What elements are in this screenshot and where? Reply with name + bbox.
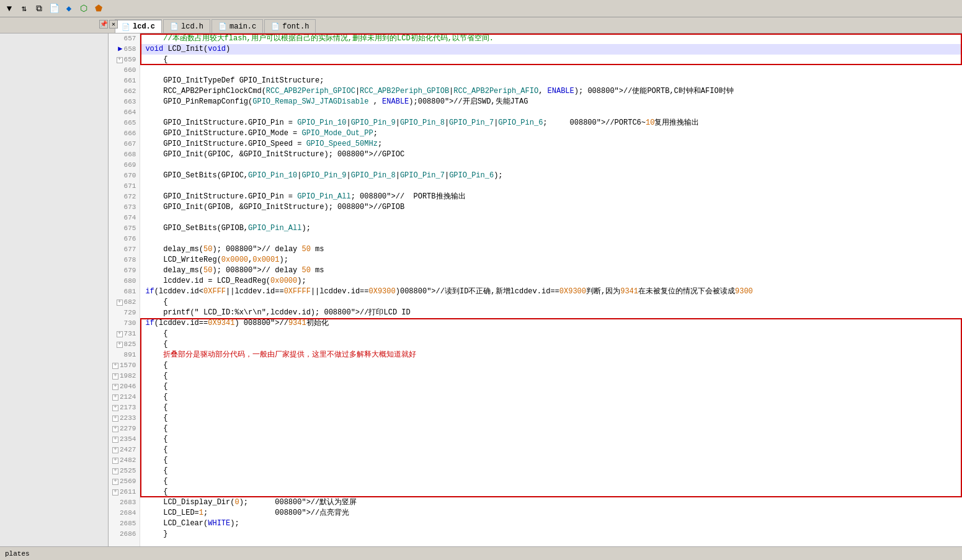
code-line-674	[140, 213, 962, 223]
toolbar-btn-down[interactable]: ▼	[2, 2, 16, 16]
code-line-2685: LCD_Clear(WHITE);	[140, 518, 962, 529]
toolbar-btn-hex2[interactable]: ⬟	[92, 2, 105, 16]
line-number-668: 668	[112, 149, 136, 160]
line-number-2686: 2686	[112, 529, 136, 540]
fold-button-825[interactable]: +	[117, 342, 123, 348]
code-line-672: GPIO_InitStructure.GPIO_Pin = GPIO_Pin_A…	[140, 192, 962, 202]
fold-button-2569[interactable]: +	[112, 479, 118, 485]
tab-icon-lcd-c: 📄	[122, 23, 130, 31]
line-number-676: 676	[112, 234, 136, 244]
line-number-1570: +1570	[112, 360, 136, 371]
fold-button-2173[interactable]: +	[112, 405, 118, 411]
fold-button-682[interactable]: +	[117, 300, 123, 306]
code-line-682: {	[140, 297, 962, 308]
line-number-680: 680	[112, 276, 136, 287]
toolbar-btn-copy[interactable]: ⧉	[32, 2, 46, 16]
code-line-671	[140, 181, 962, 192]
line-number-661: 661	[112, 76, 136, 86]
line-number-891: 891	[112, 350, 136, 360]
code-line-680: lcddev.id = LCD_ReadReg(0x0000);	[140, 276, 962, 287]
line-numbers-col: 657▶658+659 660 661 662 663 664 665 666 …	[109, 33, 140, 546]
line-number-663: 663	[112, 97, 136, 107]
toolbar-btn-diamond[interactable]: ◆	[62, 2, 76, 16]
tab-label-lcd-h: lcd.h	[181, 22, 203, 31]
fold-button-2482[interactable]: +	[112, 458, 118, 464]
sidebar	[0, 33, 109, 546]
code-line-658: void LCD_Init(void)	[140, 44, 962, 55]
code-line-2525: {	[140, 466, 962, 476]
code-line-2482: {	[140, 455, 962, 466]
fold-button-1982[interactable]: +	[112, 373, 118, 380]
code-line-661: GPIO_InitTypeDef GPIO_InitStructure;	[140, 76, 962, 86]
pin-icon[interactable]: 📌	[99, 20, 108, 29]
code-line-2427: {	[140, 445, 962, 455]
fold-button-659[interactable]: +	[117, 57, 123, 63]
fold-button-2233[interactable]: +	[112, 416, 118, 422]
line-number-2233: +2233	[112, 413, 136, 424]
code-line-2611: {	[140, 487, 962, 497]
code-line-675: GPIO_SetBits(GPIOB,GPIO_Pin_All);	[140, 223, 962, 234]
fold-button-2427[interactable]: +	[112, 447, 118, 453]
code-line-1570: {	[140, 360, 962, 371]
code-container[interactable]: 657▶658+659 660 661 662 663 664 665 666 …	[109, 33, 962, 546]
editor-area: 657▶658+659 660 661 662 663 664 665 666 …	[109, 33, 962, 546]
code-line-2354: {	[140, 434, 962, 445]
fold-button-2354[interactable]: +	[112, 437, 118, 443]
line-number-657: 657	[112, 33, 136, 44]
code-line-673: GPIO_Init(GPIOB, &GPIO_InitStructure); 0…	[140, 202, 962, 213]
line-number-731: +731	[112, 329, 136, 339]
code-line-729: printf(" LCD_ID:%x\r\n",lcddev.id); 0088…	[140, 308, 962, 318]
line-number-825: +825	[112, 339, 136, 350]
fold-button-731[interactable]: +	[117, 331, 123, 337]
tab-lcd-c[interactable]: 📄 lcd.c	[115, 19, 162, 33]
code-line-663: GPIO_PinRemapConfig(GPIO_Remap_SWJ_JTAGD…	[140, 97, 962, 107]
code-line-667: GPIO_InitStructure.GPIO_Speed = GPIO_Spe…	[140, 139, 962, 149]
line-number-2279: +2279	[112, 424, 136, 434]
line-number-730: 730	[112, 318, 136, 329]
toolbar-btn-swap[interactable]: ⇅	[17, 2, 31, 16]
line-number-662: 662	[112, 86, 136, 97]
line-number-672: 672	[112, 192, 136, 202]
toolbar-btn-file[interactable]: 📄	[47, 2, 61, 16]
close-icon[interactable]: ✕	[109, 20, 118, 29]
toolbar: ▼ ⇅ ⧉ 📄 ◆ ⬡ ⬟	[0, 0, 962, 17]
line-number-677: 677	[112, 244, 136, 255]
code-content-col: //本函数占用较大flash,用户可以根据自己的实际情况,删掉未用到的LCD初始…	[140, 33, 962, 546]
code-line-676	[140, 234, 962, 244]
tab-label-main-c: main.c	[229, 22, 256, 31]
code-line-891: 折叠部分是驱动部分代码，一般由厂家提供，这里不做过多解释大概知道就好	[140, 350, 962, 360]
toolbar-btn-hex1[interactable]: ⬡	[77, 2, 91, 16]
status-bar: plates	[0, 546, 962, 560]
fold-button-2046[interactable]: +	[112, 384, 118, 390]
line-number-2684: 2684	[112, 508, 136, 518]
code-line-2233: {	[140, 413, 962, 424]
line-number-2124: +2124	[112, 392, 136, 402]
line-number-671: 671	[112, 181, 136, 192]
line-number-665: 665	[112, 118, 136, 128]
line-number-681: 681	[112, 287, 136, 297]
tab-icon-main-c: 📄	[218, 22, 227, 30]
fold-button-1570[interactable]: +	[112, 363, 118, 369]
fold-button-2124[interactable]: +	[112, 394, 118, 401]
line-number-658: ▶658	[112, 44, 136, 55]
code-line-731: {	[140, 329, 962, 339]
tab-icon-font-h: 📄	[271, 22, 280, 30]
fold-button-2525[interactable]: +	[112, 468, 118, 474]
tab-lcd-h[interactable]: 📄 lcd.h	[163, 19, 210, 33]
code-line-670: GPIO_SetBits(GPIOC,GPIO_Pin_10|GPIO_Pin_…	[140, 171, 962, 181]
code-line-678: LCD_WriteReg(0x0000,0x0001);	[140, 255, 962, 265]
pin-close-area: 📌 ✕	[99, 20, 118, 29]
code-line-668: GPIO_Init(GPIOC, &GPIO_InitStructure); 0…	[140, 149, 962, 160]
code-line-2173: {	[140, 402, 962, 413]
line-number-669: 669	[112, 160, 136, 171]
gutter-arrow-658: ▶	[118, 44, 122, 55]
tab-main-c[interactable]: 📄 main.c	[212, 19, 263, 33]
fold-button-2279[interactable]: +	[112, 426, 118, 432]
tabs-bar: 📌 ✕ 📄 lcd.c 📄 lcd.h 📄 main.c 📄 font.h	[0, 17, 962, 33]
line-number-2173: +2173	[112, 402, 136, 413]
fold-button-2611[interactable]: +	[112, 489, 118, 496]
line-number-2611: +2611	[112, 487, 136, 497]
tab-font-h[interactable]: 📄 font.h	[264, 19, 316, 33]
line-number-729: 729	[112, 308, 136, 318]
plates-label: plates	[5, 550, 30, 558]
